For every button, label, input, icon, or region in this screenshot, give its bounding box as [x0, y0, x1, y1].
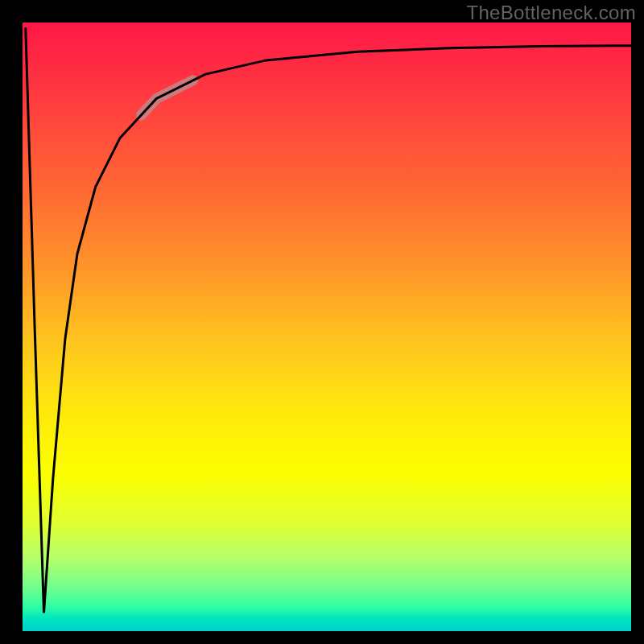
plot-area	[23, 23, 631, 631]
bottleneck-curve	[26, 29, 631, 613]
watermark-text: TheBottleneck.com	[466, 2, 636, 24]
chart-frame: TheBottleneck.com	[0, 0, 644, 644]
curve-svg	[23, 23, 631, 631]
